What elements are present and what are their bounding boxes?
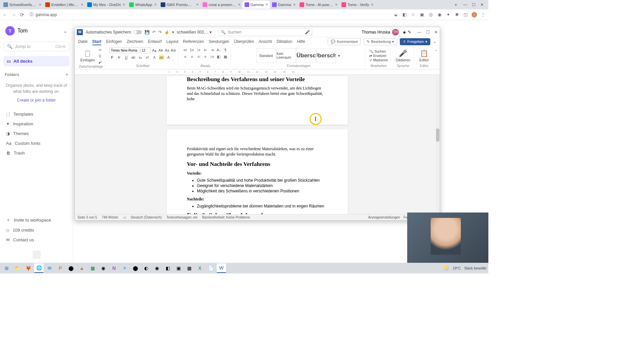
show-marks-icon[interactable]: ¶ (223, 47, 228, 53)
telegram-icon[interactable]: ✈ (120, 263, 129, 273)
ribbon-tab[interactable]: Zeichnen (127, 39, 143, 44)
shading-icon[interactable]: ◧ (216, 54, 221, 59)
browser-tab[interactable]: creat a presentati× (201, 1, 243, 9)
justify-icon[interactable]: ≡ (203, 54, 208, 59)
page-indicator[interactable]: Seite 3 von 5 (77, 216, 97, 219)
extension-icon[interactable]: ◧ (402, 12, 407, 17)
browser-tab[interactable]: Tome - Verify× (339, 1, 375, 9)
sidebar-item[interactable]: ✉Contact us (3, 235, 69, 245)
text-effects-icon[interactable]: A (152, 55, 157, 60)
pen-icon[interactable]: ✎ (408, 30, 411, 35)
format-painter-icon[interactable]: 🖌 (98, 59, 103, 65)
find-button[interactable]: 🔍Suchen (369, 50, 388, 53)
grow-font-icon[interactable]: A▴ (152, 48, 157, 53)
vlc-icon[interactable]: ▲ (77, 263, 87, 273)
bookmark-icon[interactable]: ☆ (411, 12, 416, 17)
styles-more-icon[interactable]: ▾ (337, 54, 341, 58)
extension-icon[interactable]: ▣ (419, 12, 425, 17)
sidebar-item[interactable]: ＋Invite to workspace (3, 215, 69, 225)
numbering-icon[interactable]: 1≡ (189, 47, 195, 53)
qat-more-icon[interactable]: ▾ (172, 30, 174, 35)
browser-tab[interactable]: Gamma× (243, 1, 270, 9)
sidebar-item[interactable]: AaCustom fonts (3, 138, 69, 148)
site-info-icon[interactable]: ⓘ (30, 12, 34, 17)
sort-icon[interactable]: A↓ (216, 47, 221, 53)
sidebar-item[interactable]: ⬚Templates (3, 109, 69, 119)
paste-button[interactable]: Einfügen (79, 49, 96, 63)
browser-tab[interactable]: Erstellen | Micros× (43, 1, 85, 9)
borders-icon[interactable]: ▦ (223, 54, 228, 59)
ribbon-tab[interactable]: Datei (78, 39, 88, 44)
file-explorer-icon[interactable]: 📁 (13, 263, 22, 273)
app-icon[interactable]: ▣ (174, 263, 183, 273)
notepad-icon[interactable]: 📄 (206, 263, 215, 273)
start-button[interactable]: ⊞ (2, 263, 11, 273)
close-tab-icon[interactable]: × (39, 2, 41, 7)
reload-button[interactable]: ⟳ (20, 12, 24, 17)
ribbon-tab[interactable]: Start (92, 39, 101, 45)
temperature[interactable]: 19°C (452, 266, 461, 270)
shrink-font-icon[interactable]: A▾ (158, 48, 163, 53)
sidebar-item[interactable]: ◇109 credits (3, 225, 69, 235)
ribbon-tab[interactable]: Entwurf (148, 39, 162, 44)
close-tab-icon[interactable]: × (293, 2, 296, 7)
underline-button[interactable]: U (123, 55, 129, 60)
font-size-select[interactable] (141, 47, 151, 53)
editor-button[interactable]: 📋Editor (418, 49, 430, 63)
select-button[interactable]: ⬀Markieren (369, 58, 388, 62)
close-tab-icon[interactable]: × (266, 2, 268, 7)
subscript-button[interactable]: x₂ (138, 55, 143, 60)
ribbon-tab[interactable]: Hilfe (297, 39, 305, 44)
ribbon-options-icon[interactable]: ⌄ (434, 47, 438, 52)
add-folder-button[interactable]: + (66, 72, 68, 77)
new-tab-button[interactable]: + (452, 2, 460, 7)
close-tab-icon[interactable]: × (335, 2, 337, 7)
dictate-button[interactable]: 🎤Diktieren (394, 49, 412, 63)
browser-tab[interactable]: My files - OneDri× (85, 1, 127, 9)
account-avatar[interactable]: TH (392, 29, 399, 36)
share-button[interactable]: ⇧Freigeben▾ (400, 38, 430, 45)
word-taskbar-icon[interactable]: W (217, 263, 226, 273)
align-left-icon[interactable]: ≡ (182, 54, 188, 59)
vertical-scrollbar[interactable] (436, 75, 440, 214)
browser-tab[interactable]: Tome - AI-powere× (298, 1, 339, 9)
outlook-icon[interactable]: ✉ (45, 263, 54, 273)
editing-mode-button[interactable]: ✎Bearbeitung▾ (364, 38, 397, 45)
ribbon-tab[interactable]: Einfügen (106, 39, 122, 44)
excel-icon[interactable]: X (195, 263, 205, 273)
cut-icon[interactable]: ✂ (98, 47, 103, 53)
app-icon[interactable]: ⬤ (131, 263, 140, 273)
tell-me-search[interactable]: 🔍 Suchen 🎤 (218, 28, 312, 36)
browser-menu-icon[interactable]: ⋮ (480, 12, 486, 17)
font-color-icon[interactable]: A (166, 55, 171, 60)
onenote-icon[interactable]: N (109, 263, 119, 273)
browser-tab[interactable]: Gamma× (270, 1, 298, 9)
extensions-menu-icon[interactable]: ✱ (454, 12, 460, 17)
style-preset[interactable]: Übersc (297, 48, 316, 63)
extension-icon[interactable]: ✦ (445, 12, 451, 17)
undo-icon[interactable]: ↶ (152, 30, 156, 35)
sidebar-item[interactable]: ◑Themes (3, 129, 69, 138)
font-family-select[interactable] (109, 47, 140, 53)
copy-icon[interactable]: ⎘ (98, 53, 103, 59)
browser-tab[interactable]: WhatsApp× (127, 1, 159, 9)
comments-button[interactable]: 💬Kommentare (328, 38, 361, 45)
list-item[interactable]: Geeignet für verschiedene Materialstärke… (197, 183, 328, 188)
browser-tab[interactable]: GMX Premium - E× (159, 1, 201, 9)
horizontal-ruler[interactable]: 12345678910111213141516 (75, 69, 440, 75)
word-close[interactable]: ✕ (434, 30, 438, 35)
jump-to-search[interactable]: 🔍 Jump to Ctrl+K (3, 42, 69, 51)
word-count[interactable]: 749 Wörter (102, 216, 118, 219)
sync-icon[interactable]: ◈ (403, 30, 406, 35)
window-maximize[interactable]: ☐ (472, 2, 476, 7)
ribbon-tab[interactable]: Referenzen (183, 39, 204, 44)
close-tab-icon[interactable]: × (238, 2, 240, 7)
list-item[interactable]: Gute Schweißqualität und hohe Produktivi… (197, 178, 328, 183)
multilevel-icon[interactable]: ⁝≡ (196, 47, 201, 53)
doc-subheading[interactable]: Nachteile: (187, 197, 328, 202)
scrollbar-thumb[interactable] (436, 128, 439, 142)
app-icon[interactable]: ◉ (99, 263, 108, 273)
autosave-toggle[interactable] (133, 30, 142, 34)
save-icon[interactable]: 💾 (145, 30, 150, 35)
ribbon-tab[interactable]: Sendungen (209, 39, 229, 44)
